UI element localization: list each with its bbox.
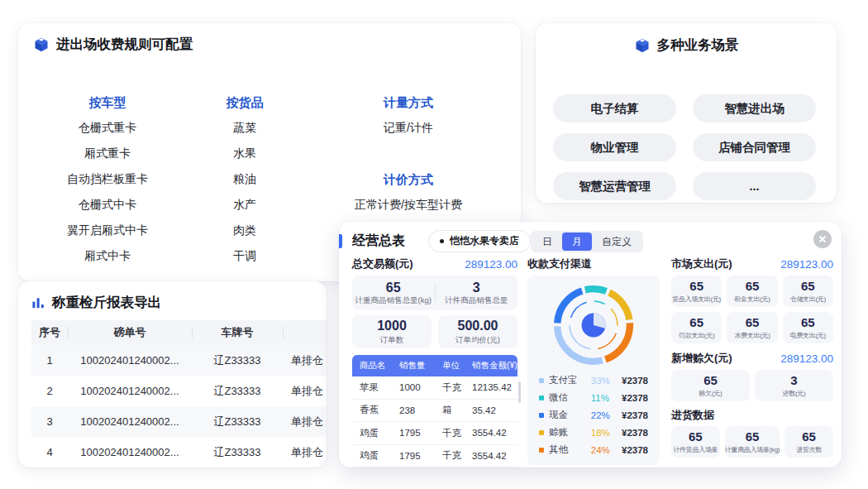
report-panel-header: 称重检斤报表导出 <box>18 281 327 312</box>
cell: 1795 <box>392 451 435 461</box>
cell: 千克 <box>435 449 465 462</box>
cell-vehicle-type: 单排仓 <box>283 384 327 399</box>
bar-chart-icon <box>31 296 45 310</box>
stat-box: 65 计重商品销售总量(kg) <box>352 276 435 310</box>
cell-vehicle-type: 单排仓 <box>283 353 327 368</box>
rule-item: 仓栅式中卡 <box>33 192 182 218</box>
credit-value: 289123.00 <box>780 352 833 365</box>
stat-label: 水费支出(元) <box>734 331 770 340</box>
stat-label: 仓储支出(元) <box>790 295 826 304</box>
legend-label: 其他 <box>549 443 586 456</box>
rule-item: 厢式重卡 <box>33 141 182 166</box>
scenario-button-settlement[interactable]: 电子结算 <box>553 94 676 122</box>
legend-amount: ¥2378 <box>622 393 648 403</box>
rules-column-methods: 计量方式 记重/计件 计价方式 正常计费/按车型计费 ... <box>316 89 501 243</box>
scenarios-panel-header: 多种业务场景 <box>536 23 837 55</box>
scenarios-panel: 多种业务场景 电子结算 智慧进出场 物业管理 店铺合同管理 智慧运营管理 ... <box>536 23 837 203</box>
stat-value: 65 <box>801 280 815 293</box>
stat-value: 65 <box>746 280 760 293</box>
market-expense-boxes: 65 货品入场支出(元) 65 租金支出(元) 65 仓储支出(元) 65 罚款… <box>671 276 833 343</box>
stat-box: 65 罚款支出(元) <box>671 312 722 343</box>
stat-box: 1000 订单数 <box>352 315 432 348</box>
cell: 35.42 <box>465 405 517 415</box>
cell: 香蕉 <box>352 404 392 416</box>
column-header: 计量方式 <box>316 89 501 115</box>
column-header: 单位 <box>435 360 465 372</box>
stat-label: 订单均价(元) <box>455 335 500 346</box>
stat-label: 计件货品入场量 <box>673 445 718 454</box>
table-row: 苹果 1000 千克 12135.42 <box>352 376 517 400</box>
rules-column-vehicle: 按车型 仓栅式重卡 厢式重卡 自动挡栏板重卡 仓栅式中卡 翼开启厢式中卡 厢式中… <box>33 89 182 295</box>
page: 进出场收费规则可配置 按车型 仓栅式重卡 厢式重卡 自动挡栏板重卡 仓栅式中卡 … <box>0 0 868 489</box>
channels-title-row: 收款支付渠道 <box>527 257 660 271</box>
stat-box: 3 还数(元) <box>755 370 833 401</box>
stat-box: 65 赊欠(元) <box>671 370 750 401</box>
tab-month[interactable]: 月 <box>562 233 592 251</box>
legend-percent: 11% <box>591 393 617 403</box>
table-row: 2 100202401240002... 辽Z33333 单排仓 <box>31 376 327 406</box>
legend-item: 微信11%¥2378 <box>527 389 660 406</box>
report-panel-title: 称重检斤报表导出 <box>52 294 161 312</box>
stat-value: 65 <box>689 430 703 443</box>
legend-label: 微信 <box>549 391 586 404</box>
stat-label: 电费支出(元) <box>790 331 826 340</box>
cell: 苹果 <box>352 381 392 394</box>
rule-item: 水产 <box>198 192 291 218</box>
legend-swatch <box>539 378 544 383</box>
credit-row: 新增赊欠(元) 289123.00 <box>671 352 833 365</box>
cell-index: 4 <box>31 446 68 458</box>
table-row: 4 100202401240002... 辽Z33333 单排仓 <box>31 437 327 467</box>
store-selector[interactable]: 恺恺水果专卖店 <box>428 230 531 252</box>
market-expense-label: 市场支出(元) <box>671 256 732 271</box>
store-dot-icon <box>440 239 444 243</box>
period-tabs: 日 月 自定义 <box>531 231 643 252</box>
stat-box: 500.00 订单均价(元) <box>438 315 517 348</box>
total-label: 总交易额(元) <box>352 256 413 271</box>
stat-value: 65 <box>746 316 760 329</box>
scenario-button-more[interactable]: ... <box>693 172 816 200</box>
scenarios-panel-title: 多种业务场景 <box>657 36 739 55</box>
summary-left-column: 总交易额(元) 289123.00 65 计重商品销售总量(kg) 3 计件商品… <box>352 257 517 467</box>
stat-label: 进货次数 <box>796 445 822 454</box>
order-stats-row: 1000 订单数 500.00 订单均价(元) <box>352 315 517 348</box>
cell-plate: 辽Z33333 <box>192 384 283 399</box>
rule-item: 蔬菜 <box>198 115 291 141</box>
scenario-button-property[interactable]: 物业管理 <box>553 133 676 161</box>
cell-index: 2 <box>31 385 68 397</box>
total-value: 289123.00 <box>465 258 517 271</box>
cell-vehicle-type: 单排仓 <box>283 445 327 460</box>
summary-middle-column: 收款支付渠道 支付宝33%¥2378微信11%¥2378现金22%¥2378赊账… <box>527 257 660 465</box>
rule-item: 翼开启厢式中卡 <box>33 218 182 243</box>
tab-day[interactable]: 日 <box>532 233 562 251</box>
stat-label: 罚款支出(元) <box>679 331 714 340</box>
cube-icon <box>33 36 50 53</box>
product-sales-table: 商品名 销售量 单位 销售金额(¥) 苹果 1000 千克 12135.42 香… <box>352 355 517 467</box>
stat-value: 1000 <box>377 319 407 333</box>
cell-ticket: 100202401240002... <box>68 354 192 367</box>
stat-value: 65 <box>703 374 718 387</box>
legend-amount: ¥2378 <box>622 376 648 386</box>
scenario-button-operation[interactable]: 智慧运营管理 <box>553 172 676 200</box>
scrollbar-thumb[interactable] <box>518 381 521 403</box>
stat-value: 3 <box>790 374 797 387</box>
stat-value: 65 <box>746 430 760 443</box>
credit-boxes: 65 赊欠(元) 3 还数(元) <box>671 370 833 401</box>
column-header: 商品名 <box>352 360 392 372</box>
stat-label: 订单数 <box>380 335 404 346</box>
credit-label: 新增赊欠(元) <box>671 351 732 366</box>
rules-panel-header: 进出场收费规则可配置 <box>18 23 521 54</box>
legend-percent: 18% <box>591 428 617 438</box>
stat-label: 还数(元) <box>783 389 806 398</box>
spacer <box>316 141 501 166</box>
stat-label: 赊欠(元) <box>699 389 723 398</box>
legend-label: 现金 <box>549 409 586 421</box>
cell: 箱 <box>435 404 465 416</box>
scenario-button-entry-exit[interactable]: 智慧进出场 <box>693 94 816 122</box>
scenario-button-contract[interactable]: 店铺合同管理 <box>693 133 816 161</box>
legend-item: 赊账18%¥2378 <box>527 424 660 441</box>
cell-index: 1 <box>31 354 68 367</box>
close-icon[interactable] <box>813 230 832 248</box>
cell-index: 3 <box>31 415 68 428</box>
tab-custom[interactable]: 自定义 <box>592 233 641 251</box>
rule-item: 正常计费/按车型计费 <box>316 192 501 218</box>
